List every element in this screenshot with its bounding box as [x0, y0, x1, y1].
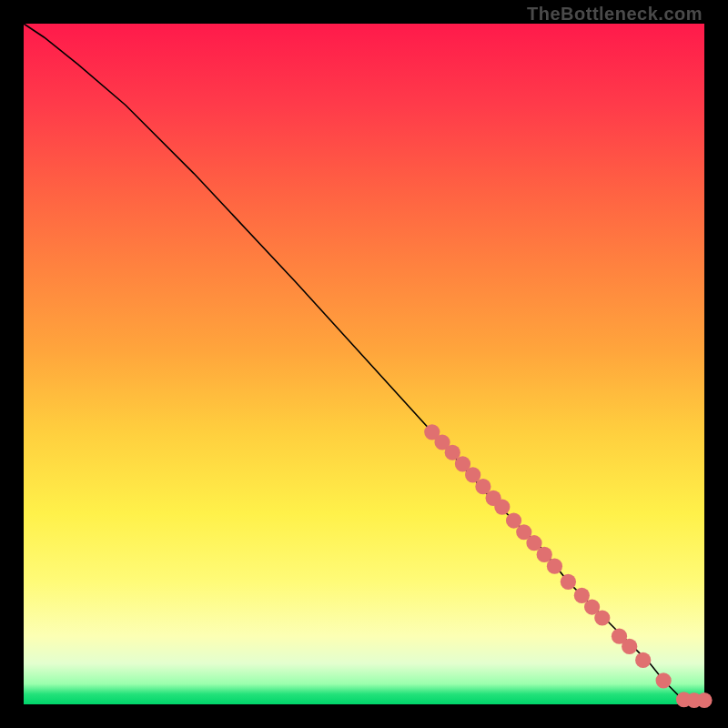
plot-area — [24, 24, 704, 704]
chart-svg — [24, 24, 704, 704]
scatter-dot — [635, 652, 651, 668]
scatter-dot — [594, 610, 610, 625]
scatter-dot — [547, 559, 562, 574]
scatter-dot — [656, 672, 672, 688]
watermark-text: TheBottleneck.com — [527, 4, 703, 25]
scatter-dot — [494, 499, 510, 514]
scatter-dot — [561, 574, 576, 590]
scatter-dot — [696, 693, 712, 708]
bottleneck-curve — [24, 24, 704, 701]
scatter-dots — [424, 424, 712, 708]
chart-frame: TheBottleneck.com — [0, 0, 728, 728]
scatter-dot — [622, 639, 637, 654]
